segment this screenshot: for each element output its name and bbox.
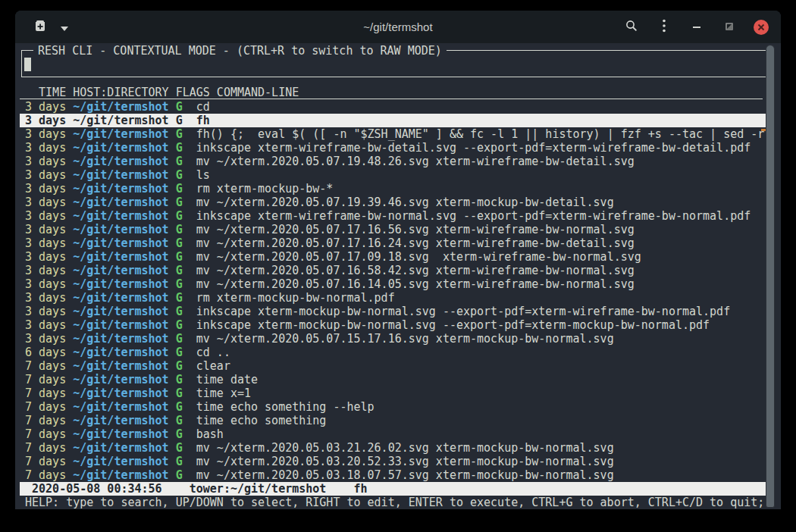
cmd-cell: mv ~/xterm.2020.05.03.21.26.02.svg xterm… bbox=[196, 441, 614, 455]
time-cell: 3 days bbox=[25, 332, 73, 346]
flag-cell: G bbox=[169, 346, 196, 359]
time-cell: 7 days bbox=[25, 359, 73, 373]
cmd-cell: mv ~/xterm.2020.05.07.17.09.18.svg xterm… bbox=[196, 250, 641, 264]
cmd-cell: ls bbox=[196, 168, 210, 182]
host-cell: ~/git/termshot bbox=[73, 114, 168, 127]
history-row[interactable]: 3 days ~/git/termshot G inkscape xterm-m… bbox=[20, 318, 767, 332]
text-cursor bbox=[24, 58, 31, 71]
time-cell: 3 days bbox=[25, 100, 73, 114]
history-rows: 3 days ~/git/termshot G cd3 days ~/git/t… bbox=[20, 100, 767, 482]
history-row[interactable]: 3 days ~/git/termshot G ls bbox=[20, 168, 767, 182]
time-cell: 3 days bbox=[25, 277, 73, 291]
flag-cell: G bbox=[169, 155, 196, 168]
history-column-header: TIME HOST:DIRECTORY FLAGS COMMAND-LINE bbox=[20, 86, 763, 99]
flag-cell: G bbox=[169, 386, 196, 400]
history-row[interactable]: 7 days ~/git/termshot G mv ~/xterm.2020.… bbox=[20, 455, 767, 468]
host-cell: ~/git/termshot bbox=[73, 196, 168, 209]
resh-mode-title: RESH CLI - CONTEXTUAL MODE - (CTRL+R to … bbox=[33, 44, 447, 58]
host-cell: ~/git/termshot bbox=[73, 414, 168, 427]
history-row[interactable]: 7 days ~/git/termshot G mv ~/xterm.2020.… bbox=[20, 441, 767, 455]
history-row[interactable]: 7 days ~/git/termshot G bash bbox=[20, 427, 767, 441]
close-icon bbox=[757, 20, 765, 34]
cmd-cell: inkscape xterm-wireframe-bw-detail.svg -… bbox=[196, 141, 751, 155]
restore-button[interactable] bbox=[721, 17, 738, 37]
history-row[interactable]: 3 days ~/git/termshot G inkscape xterm-m… bbox=[20, 305, 767, 318]
time-cell: 3 days bbox=[25, 182, 73, 196]
flag-cell: G bbox=[169, 359, 196, 373]
selected-entry-status-bar: 2020-05-08 00:34:56 tower:~/git/termshot… bbox=[20, 482, 767, 496]
search-icon bbox=[625, 20, 638, 35]
history-row[interactable]: 3 days ~/git/termshot G inkscape xterm-w… bbox=[20, 141, 767, 155]
scrollbar[interactable] bbox=[766, 45, 775, 508]
history-row[interactable]: 3 days ~/git/termshot G rm xterm-mockup-… bbox=[20, 182, 767, 196]
flag-cell: G bbox=[169, 305, 196, 318]
time-cell: 7 days bbox=[25, 468, 73, 482]
flag-cell: G bbox=[169, 182, 196, 196]
history-row[interactable]: 7 days ~/git/termshot G time date bbox=[20, 373, 767, 386]
history-row[interactable]: 3 days ~/git/termshot G mv ~/xterm.2020.… bbox=[20, 332, 767, 346]
flag-cell: G bbox=[169, 127, 196, 141]
history-row[interactable]: 7 days ~/git/termshot G time echo someth… bbox=[20, 400, 767, 414]
host-cell: ~/git/termshot bbox=[73, 277, 168, 291]
host-cell: ~/git/termshot bbox=[73, 168, 168, 182]
host-cell: ~/git/termshot bbox=[73, 468, 168, 482]
history-row[interactable]: 3 days ~/git/termshot G mv ~/xterm.2020.… bbox=[20, 277, 767, 291]
history-row[interactable]: 3 days ~/git/termshot G mv ~/xterm.2020.… bbox=[20, 236, 767, 250]
history-row[interactable]: 3 days ~/git/termshot G mv ~/xterm.2020.… bbox=[20, 155, 767, 168]
history-row[interactable]: 6 days ~/git/termshot G cd .. bbox=[20, 346, 767, 359]
host-cell: ~/git/termshot bbox=[73, 291, 168, 305]
history-row-selected[interactable]: 3 days ~/git/termshot G fh bbox=[20, 114, 767, 127]
cmd-cell: cd .. bbox=[196, 346, 230, 359]
time-cell: 3 days bbox=[25, 291, 73, 305]
time-cell: 3 days bbox=[25, 114, 73, 127]
flag-cell: G bbox=[169, 236, 196, 250]
time-cell: 7 days bbox=[25, 455, 73, 468]
time-cell: 3 days bbox=[25, 141, 73, 155]
history-row[interactable]: 3 days ~/git/termshot G mv ~/xterm.2020.… bbox=[20, 250, 767, 264]
history-row[interactable]: 3 days ~/git/termshot G fh() {; eval $( … bbox=[20, 127, 767, 141]
host-cell: ~/git/termshot bbox=[73, 155, 168, 168]
history-row[interactable]: 7 days ~/git/termshot G time echo someth… bbox=[20, 414, 767, 427]
history-row[interactable]: 7 days ~/git/termshot G mv ~/xterm.2020.… bbox=[20, 468, 767, 482]
history-row[interactable]: 3 days ~/git/termshot G cd bbox=[20, 100, 767, 114]
cmd-cell: mv ~/xterm.2020.05.07.19.39.46.svg xterm… bbox=[196, 196, 614, 209]
history-row[interactable]: 3 days ~/git/termshot G mv ~/xterm.2020.… bbox=[20, 196, 767, 209]
cmd-cell: mv ~/xterm.2020.05.07.16.14.05.svg xterm… bbox=[196, 277, 635, 291]
history-row[interactable]: 3 days ~/git/termshot G mv ~/xterm.2020.… bbox=[20, 264, 767, 277]
history-row[interactable]: 3 days ~/git/termshot G mv ~/xterm.2020.… bbox=[20, 223, 767, 236]
time-cell: 3 days bbox=[25, 264, 73, 277]
time-cell: 3 days bbox=[25, 127, 73, 141]
flag-cell: G bbox=[169, 277, 196, 291]
minimize-button[interactable] bbox=[688, 17, 705, 37]
time-cell: 3 days bbox=[25, 250, 73, 264]
cmd-cell: mv ~/xterm.2020.05.07.17.16.56.svg xterm… bbox=[196, 223, 635, 236]
history-row[interactable]: 3 days ~/git/termshot G rm xterm-mockup-… bbox=[20, 291, 767, 305]
restore-icon bbox=[725, 20, 734, 34]
flag-cell: G bbox=[169, 441, 196, 455]
cmd-cell: time x=1 bbox=[196, 386, 251, 400]
minimize-icon bbox=[692, 20, 701, 34]
cmd-cell: mv ~/xterm.2020.05.03.20.52.33.svg xterm… bbox=[196, 455, 614, 468]
kebab-menu-icon bbox=[662, 19, 666, 36]
menu-button[interactable] bbox=[656, 17, 672, 37]
resh-search-box[interactable]: RESH CLI - CONTEXTUAL MODE - (CTRL+R to … bbox=[21, 50, 769, 77]
host-cell: ~/git/termshot bbox=[73, 332, 168, 346]
host-cell: ~/git/termshot bbox=[73, 141, 168, 155]
host-cell: ~/git/termshot bbox=[73, 223, 168, 236]
cmd-cell: mv ~/xterm.2020.05.07.19.48.26.svg xterm… bbox=[196, 155, 635, 168]
flag-cell: G bbox=[169, 209, 196, 223]
cmd-cell: mv ~/xterm.2020.05.07.16.58.42.svg xterm… bbox=[196, 264, 635, 277]
host-cell: ~/git/termshot bbox=[73, 264, 168, 277]
cmd-cell: time date bbox=[196, 373, 258, 386]
time-cell: 7 days bbox=[25, 441, 73, 455]
history-row[interactable]: 3 days ~/git/termshot G inkscape xterm-w… bbox=[20, 209, 767, 223]
history-row[interactable]: 7 days ~/git/termshot G clear bbox=[20, 359, 767, 373]
flag-cell: G bbox=[169, 468, 196, 482]
flag-cell: G bbox=[169, 291, 196, 305]
search-button[interactable] bbox=[623, 17, 640, 37]
host-cell: ~/git/termshot bbox=[73, 305, 168, 318]
close-button[interactable] bbox=[754, 20, 769, 35]
history-row[interactable]: 7 days ~/git/termshot G time x=1 bbox=[20, 386, 767, 400]
host-cell: ~/git/termshot bbox=[73, 427, 168, 441]
terminal-content: RESH CLI - CONTEXTUAL MODE - (CTRL+R to … bbox=[15, 43, 781, 509]
